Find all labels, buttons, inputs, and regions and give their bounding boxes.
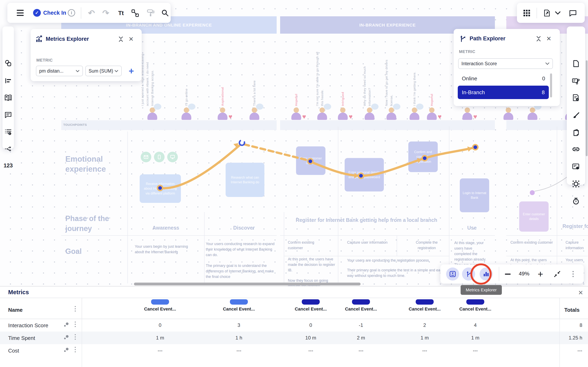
- mobile-touchpoint-icon[interactable]: [154, 152, 164, 162]
- journey-step-card[interactable]: Login to Internat Bank: [460, 178, 489, 212]
- metric-select[interactable]: pm distan...: [36, 66, 83, 76]
- close-panel-icon[interactable]: ✕: [545, 35, 553, 42]
- collapse-panel-icon[interactable]: [117, 35, 125, 43]
- phase-discover[interactable]: Discover: [204, 224, 284, 231]
- goal-text[interactable]: Your users begin by just learning about …: [135, 244, 196, 255]
- comment-note-icon[interactable]: [4, 111, 12, 119]
- phase-register-next[interactable]: Register for Internet Bank: [562, 223, 588, 230]
- metric-cell[interactable]: ---: [143, 348, 177, 353]
- panel-scrollbar[interactable]: [550, 73, 552, 98]
- card-settings-icon[interactable]: [571, 162, 580, 171]
- metric-row-name[interactable]: Interaction Score: [8, 322, 48, 329]
- column-header[interactable]: Cancel Event...: [222, 306, 256, 312]
- collapse-panel-icon[interactable]: [535, 35, 542, 42]
- metric-cell[interactable]: ---: [293, 348, 328, 353]
- info-icon[interactable]: i: [68, 9, 75, 17]
- column-touchpoint-pill[interactable]: [151, 299, 169, 305]
- path-option-in-branch[interactable]: In-Branch 8: [458, 86, 549, 99]
- column-header[interactable]: Cancel Event...: [407, 306, 442, 312]
- stopwatch-icon[interactable]: [571, 197, 580, 206]
- goal-text[interactable]: The primary goal is to understand the di…: [206, 263, 279, 280]
- phase-register[interactable]: Register for Internet Bank getting help …: [295, 217, 438, 224]
- substep-header[interactable]: Confirm existing customer: [288, 240, 329, 251]
- link-icon[interactable]: [571, 145, 580, 154]
- substep-header[interactable]: Capture user information: [347, 240, 388, 245]
- metric-cell[interactable]: ---: [222, 348, 256, 353]
- metric-row-name[interactable]: Cost: [8, 348, 19, 354]
- journey-step-card[interactable]: Enter customer details: [519, 201, 549, 232]
- selection-frame-icon[interactable]: [571, 179, 580, 188]
- horizontal-scrollbar[interactable]: [134, 283, 361, 285]
- connector-tool-icon[interactable]: [130, 8, 140, 17]
- metric-cell[interactable]: -1: [344, 322, 378, 328]
- redo-icon[interactable]: ↷: [100, 7, 111, 19]
- journey-board-button[interactable]: [446, 267, 459, 281]
- goal-text[interactable]: At this point, the users have made the d…: [288, 257, 336, 273]
- metric-cell[interactable]: ---: [407, 348, 442, 353]
- goal-text[interactable]: Your users conducting research to expand…: [206, 241, 275, 258]
- paintbrush-icon[interactable]: [571, 111, 580, 120]
- goal-text[interactable]: At this stage, your users have completed…: [454, 240, 490, 268]
- apps-grid-icon[interactable]: [522, 8, 531, 17]
- zoom-out-button[interactable]: [503, 270, 513, 278]
- storybook-icon[interactable]: [4, 94, 12, 102]
- metric-cell[interactable]: 10 m: [293, 335, 328, 341]
- page-icon[interactable]: [571, 59, 580, 68]
- metric-cell[interactable]: 3: [222, 322, 256, 328]
- phase-use[interactable]: Use: [449, 224, 495, 231]
- list-info-icon[interactable]: i: [4, 128, 12, 136]
- journey-step-card[interactable]: Confirm and complete registration: [408, 142, 438, 172]
- column-touchpoint-pill[interactable]: [230, 299, 248, 305]
- desktop-touchpoint-icon[interactable]: [167, 152, 178, 162]
- name-header-menu-icon[interactable]: [75, 306, 76, 312]
- document-info-icon[interactable]: i: [571, 93, 580, 102]
- metric-cell[interactable]: ---: [344, 348, 378, 353]
- more-options-icon[interactable]: [569, 269, 577, 279]
- vertical-scrollbar[interactable]: [586, 60, 588, 156]
- phase-awareness[interactable]: Awareness: [127, 224, 204, 231]
- metric-cell[interactable]: 2 m: [344, 335, 378, 341]
- row-menu-icon[interactable]: [75, 322, 76, 327]
- row-menu-icon[interactable]: [75, 347, 76, 352]
- path-metric-select[interactable]: Interaction Score: [458, 58, 553, 69]
- substep-header[interactable]: Capture information: [566, 240, 588, 257]
- path-option-online[interactable]: Online 0: [458, 73, 549, 83]
- column-header[interactable]: Cancel Event...: [293, 306, 328, 312]
- close-panel-icon[interactable]: ✕: [127, 35, 135, 43]
- shapes-icon[interactable]: [4, 59, 12, 67]
- numbers-tool[interactable]: 123: [3, 161, 13, 170]
- metric-cell[interactable]: 0: [293, 322, 328, 328]
- aggregation-select[interactable]: Sum (SUM): [85, 66, 122, 76]
- column-header[interactable]: Cancel Event...: [344, 306, 378, 312]
- goal-text[interactable]: Their primary goal is complete the test …: [347, 267, 445, 278]
- paint-roller-icon[interactable]: [146, 8, 156, 17]
- journey-step-card[interactable]: Receive information about Internet Banki…: [140, 174, 181, 203]
- zoom-level[interactable]: 49%: [514, 271, 534, 277]
- column-touchpoint-pill[interactable]: [466, 299, 484, 305]
- copy-pages-icon[interactable]: [571, 128, 580, 137]
- comments-icon[interactable]: [568, 8, 578, 18]
- check-in-button[interactable]: ✓ Check In: [30, 8, 69, 17]
- email-touchpoint-icon[interactable]: [141, 152, 151, 162]
- journey-step-card[interactable]: Enter personal details and pick a passwo…: [345, 158, 384, 192]
- zoom-in-button[interactable]: +: [536, 269, 545, 279]
- fit-to-screen-button[interactable]: [552, 269, 562, 279]
- export-document-icon[interactable]: [542, 8, 552, 18]
- metric-row-name[interactable]: Time Spent: [8, 335, 35, 341]
- goal-text[interactable]: Your users are conducting the registrati…: [347, 258, 443, 263]
- column-touchpoint-pill[interactable]: [416, 299, 434, 305]
- hamburger-menu-icon[interactable]: [16, 10, 24, 16]
- metric-cell[interactable]: ---: [458, 348, 493, 353]
- column-header[interactable]: Cancel Event...: [458, 306, 493, 312]
- card-flow-icon[interactable]: [571, 77, 580, 86]
- column-touchpoint-pill[interactable]: [302, 299, 320, 305]
- undo-icon[interactable]: ↶: [86, 7, 97, 19]
- metric-cell[interactable]: 2: [407, 322, 442, 328]
- journey-step-card[interactable]: Enter customer details: [296, 146, 325, 175]
- column-header[interactable]: Cancel Event...: [143, 306, 177, 312]
- row-menu-icon[interactable]: [75, 334, 76, 340]
- split-path-icon[interactable]: [4, 145, 12, 153]
- text-tool-icon[interactable]: Tt: [115, 8, 127, 18]
- substep-header[interactable]: Confirm existing customer: [510, 240, 553, 245]
- chevron-down-icon[interactable]: [554, 10, 562, 16]
